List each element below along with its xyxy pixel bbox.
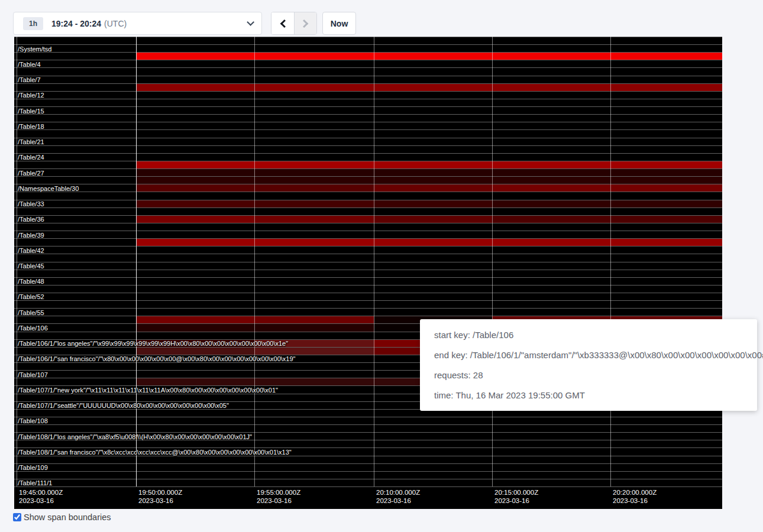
time-gridline	[492, 37, 493, 486]
span-boundary-line	[14, 37, 722, 37]
span-boundary-line	[14, 277, 722, 278]
span-key-label: /Table/39	[18, 232, 44, 239]
span-key-label: /Table/48	[18, 278, 44, 285]
heatmap-cell	[610, 177, 722, 184]
heatmap-cell	[254, 84, 374, 91]
span-boundary-line	[14, 254, 722, 254]
span-key-label: /Table/107/1/"seattle"/"UUUUUUD\x00\x80\…	[18, 402, 229, 409]
heatmap-cell	[136, 348, 254, 355]
time-gridline	[254, 37, 255, 486]
span-boundary-line	[14, 192, 722, 192]
heatmap-tooltip: start key: /Table/106 end key: /Table/10…	[420, 319, 757, 411]
heatmap-cell	[492, 177, 610, 184]
span-boundary-line	[14, 238, 722, 239]
span-boundary-line	[14, 479, 722, 479]
time-axis-label: 19:55:00.000Z2023-03-16	[257, 488, 300, 505]
tooltip-requests: requests: 28	[434, 370, 743, 380]
span-key-label: /Table/106/1/"los angeles"/"\x99\x99\x99…	[18, 340, 288, 347]
span-boundary-line	[14, 145, 722, 146]
span-key-label: /Table/55	[18, 309, 44, 316]
heatmap-cell	[136, 184, 254, 192]
span-boundary-line	[14, 76, 722, 76]
chevron-left-icon	[280, 19, 289, 27]
show-span-boundaries-checkbox[interactable]	[13, 513, 21, 521]
heatmap-cell	[492, 200, 610, 207]
span-key-label: /Table/21	[18, 138, 44, 145]
time-gridline	[374, 37, 374, 486]
chevron-down-icon	[247, 18, 254, 26]
time-axis-date: 2023-03-16	[138, 497, 182, 505]
heatmap-cell	[610, 161, 722, 168]
chevron-right-icon	[300, 19, 308, 27]
span-key-label: /Table/4	[18, 61, 41, 68]
span-key-label: /Table/24	[18, 154, 44, 161]
heatmap-cell	[136, 216, 254, 223]
time-axis-time: 20:10:00.000Z	[376, 488, 420, 497]
span-boundary-line	[14, 99, 722, 99]
span-boundary-line	[14, 463, 722, 464]
span-boundary-line	[14, 246, 722, 246]
now-button[interactable]: Now	[322, 12, 356, 35]
span-boundary-line	[14, 184, 722, 184]
time-axis-time: 19:50:00.000Z	[138, 488, 182, 497]
time-axis-label: 20:10:00.000Z2023-03-16	[376, 488, 420, 505]
heatmap-cell	[254, 348, 374, 355]
heatmap-cell	[374, 84, 492, 91]
heatmap-cell	[374, 200, 492, 207]
next-time-button[interactable]	[294, 12, 316, 34]
heatmap-cell	[374, 216, 492, 223]
heatmap-cell	[610, 216, 722, 223]
heatmap-cell	[136, 84, 254, 91]
time-range-dropdown[interactable]: 1h 19:24 - 20:24 (UTC)	[13, 12, 262, 35]
span-key-label: /Table/12	[18, 92, 44, 99]
span-boundary-line	[14, 417, 722, 417]
span-boundary-line	[14, 153, 722, 154]
time-axis-label: 19:45:00.000Z2023-03-16	[19, 488, 63, 505]
span-key-label: /Table/109	[18, 464, 48, 471]
heatmap-cell	[374, 53, 492, 60]
time-axis-label: 19:50:00.000Z2023-03-16	[138, 488, 182, 505]
heatmap-cell	[136, 53, 254, 60]
key-visualizer-heatmap[interactable]: /System/tsd/Table/4/Table/7/Table/12/Tab…	[14, 37, 722, 509]
span-key-label: /Table/27	[18, 170, 44, 177]
span-boundary-line	[14, 168, 722, 169]
prev-time-button[interactable]	[271, 12, 294, 34]
span-boundary-line	[14, 44, 722, 45]
span-boundary-line	[14, 316, 722, 316]
heatmap-cell	[254, 316, 374, 323]
span-boundary-line	[14, 471, 722, 472]
heatmap-cell	[610, 184, 722, 192]
time-axis-date: 2023-03-16	[494, 497, 538, 505]
heatmap-cell	[492, 53, 610, 60]
span-boundary-line	[14, 300, 722, 301]
heatmap-cell	[254, 216, 374, 223]
span-key-label: /Table/108/1/"los angeles"/"\xa8\xf5\u00…	[18, 433, 252, 440]
heatmap-cell	[254, 53, 374, 60]
span-key-label: /Table/107	[18, 371, 48, 378]
span-key-label: /NamespaceTable/30	[18, 185, 79, 192]
span-key-label: /Table/7	[18, 76, 41, 83]
time-gridline	[610, 37, 611, 486]
span-boundary-line	[14, 262, 722, 262]
span-boundary-line	[14, 106, 722, 107]
span-boundary-line	[14, 424, 722, 425]
footer-controls: Show span boundaries	[13, 512, 111, 522]
span-key-label: /Table/108/1/"san francisco"/"\x8c\xcc\x…	[18, 449, 292, 456]
heatmap-cell	[374, 239, 492, 246]
heatmap-cell	[254, 200, 374, 207]
span-boundary-line	[14, 200, 722, 200]
span-boundary-line	[14, 91, 722, 92]
heatmap-cell	[136, 169, 254, 176]
heatmap-cell	[610, 200, 722, 207]
heatmap-cell	[136, 161, 254, 168]
heatmap-cell	[492, 184, 610, 192]
heatmap-cell	[254, 177, 374, 184]
span-boundary-line	[14, 176, 722, 177]
duration-badge: 1h	[23, 17, 43, 30]
span-key-label: /Table/107/1/"new york"/"\x11\x11\x11\x1…	[18, 387, 278, 394]
span-key-label: /Table/106	[18, 325, 48, 332]
span-key-label: /Table/15	[18, 108, 44, 115]
span-key-label: /Table/45	[18, 262, 44, 270]
heatmap-cell	[136, 316, 254, 323]
heatmap-cell	[254, 239, 374, 246]
